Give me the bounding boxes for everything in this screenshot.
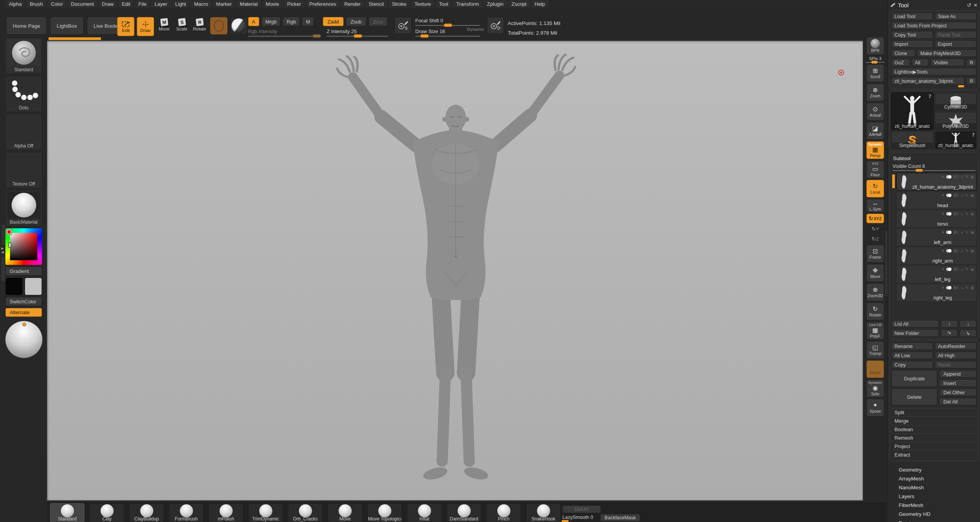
del-all-button[interactable]: Del All xyxy=(939,398,977,405)
menu-item[interactable]: Zscript xyxy=(508,1,530,8)
brush-orb-cracks[interactable]: Orb_Cracks xyxy=(288,503,322,522)
visibility-icon[interactable] xyxy=(946,230,951,235)
menu-item[interactable]: Tool xyxy=(436,1,452,8)
zadd-button[interactable]: Zadd xyxy=(323,17,344,26)
delete-button[interactable]: Delete xyxy=(891,389,937,405)
paint-brush-icon[interactable]: ✎ xyxy=(965,174,968,179)
flatten-icon[interactable]: ▾ xyxy=(942,285,944,290)
visibility-icon[interactable] xyxy=(946,193,951,198)
polypaint-icon[interactable]: ◑ xyxy=(961,249,963,253)
visibility-off-icon[interactable] xyxy=(953,193,959,198)
insert-button[interactable]: Insert xyxy=(939,380,977,387)
wide-action-row[interactable]: Split xyxy=(891,408,977,417)
visibility-icon[interactable] xyxy=(946,175,951,179)
subtool-row-right-leg[interactable]: ▾ ◑ ✎ ◉ right_leg xyxy=(896,284,977,301)
wide-action-row[interactable]: Project xyxy=(891,442,977,450)
goz-r-button[interactable]: R xyxy=(967,59,977,66)
local-button[interactable]: ↻ Local xyxy=(866,180,884,197)
eye-icon[interactable]: ◉ xyxy=(970,248,974,253)
visibility-icon[interactable] xyxy=(946,249,951,253)
list-all-button[interactable]: List All xyxy=(891,320,939,328)
flatten-icon[interactable]: ▾ xyxy=(942,267,944,272)
flatten-icon[interactable]: ▾ xyxy=(942,248,944,253)
wide-action-row[interactable]: Remesh xyxy=(891,433,977,442)
redo-arrow-button[interactable]: ↷ xyxy=(941,330,958,337)
visibility-icon[interactable] xyxy=(946,212,951,216)
lazy-smooth-handle[interactable] xyxy=(562,520,569,522)
clone-button[interactable]: Clone xyxy=(891,50,915,57)
duplicate-button[interactable]: Duplicate xyxy=(891,370,937,387)
brush-clay[interactable]: Clay xyxy=(90,503,124,522)
bpr-button[interactable]: BPR xyxy=(866,37,884,55)
anchor-a-button[interactable]: A xyxy=(248,17,259,26)
left-tray-collapse-arrows[interactable]: ▶◀ xyxy=(1,246,4,254)
subtool-row-head[interactable]: ▾ ◑ ✎ ◉ head xyxy=(896,191,977,209)
brush-snakehook[interactable]: SnakeHook xyxy=(526,503,560,522)
section-header[interactable]: Layers xyxy=(889,492,979,501)
paste-tool-button[interactable]: Paste Tool xyxy=(935,31,977,38)
menu-item[interactable]: Light xyxy=(172,1,190,8)
load-tool-button[interactable]: Load Tool xyxy=(891,13,933,20)
draw-size-handle[interactable] xyxy=(420,34,429,38)
tool-thumb-simplebrush[interactable]: S SimpleBrush xyxy=(891,131,933,149)
tool-size-slider[interactable] xyxy=(891,85,977,87)
menu-item[interactable]: Render xyxy=(341,1,364,8)
menu-item[interactable]: Layer xyxy=(151,1,171,8)
all-low-button[interactable]: All Low xyxy=(891,352,933,359)
lightbox-tools-button[interactable]: Lightbox▶Tools xyxy=(891,68,977,75)
autoreorder-button[interactable]: AutoReorder xyxy=(935,343,977,350)
spix-handle[interactable] xyxy=(871,61,878,64)
current-stroke-thumbnail[interactable]: Dots xyxy=(5,76,42,112)
all-high-button[interactable]: All High xyxy=(935,352,977,359)
left-divider-grip-2[interactable] xyxy=(2,257,5,281)
main-color-swatch[interactable] xyxy=(5,278,23,295)
record-indicator-icon[interactable] xyxy=(838,70,844,75)
make-polymesh3d-button[interactable]: Make PolyMesh3D xyxy=(917,50,977,57)
rgb-button[interactable]: Rgb xyxy=(283,17,300,26)
scroll-button[interactable]: ⊞ Scroll xyxy=(866,64,884,82)
brush-move-topological[interactable]: Move Topologica xyxy=(368,503,402,522)
del-other-button[interactable]: Del Other xyxy=(939,389,977,396)
rotate-z-button[interactable]: ↻ Z xyxy=(866,235,884,243)
lightbox-button[interactable]: LightBox xyxy=(50,17,84,35)
subtool-header[interactable]: Subtool xyxy=(891,155,977,161)
paint-brush-icon[interactable]: ✎ xyxy=(965,230,968,235)
section-header[interactable]: FiberMesh xyxy=(889,501,979,510)
move-up-button[interactable]: ↑ xyxy=(941,320,958,328)
tool-thumb-anatomy[interactable]: 7 ztl_human_anatc xyxy=(891,93,933,130)
insert-arrow-button[interactable]: ↳ xyxy=(960,330,977,337)
menu-item[interactable]: Macro xyxy=(191,1,211,8)
visibility-off-icon[interactable] xyxy=(953,249,959,253)
aahalf-button[interactable]: ◪ AAHalf xyxy=(866,122,884,140)
visible-count-slider[interactable]: Visible Count 8 xyxy=(891,163,977,171)
lazy-smooth-slider[interactable]: LazySmooth 0 xyxy=(562,515,593,520)
material-button[interactable] xyxy=(230,17,248,35)
visible-count-handle[interactable] xyxy=(916,169,923,172)
goz-all-button[interactable]: All xyxy=(912,59,929,66)
copy-subtool-button[interactable]: Copy xyxy=(891,361,933,368)
wide-action-row[interactable]: Extract xyxy=(891,450,977,459)
light-placement-sphere[interactable] xyxy=(5,321,42,358)
tool-thumb-cylinder[interactable]: Cylinder3D xyxy=(935,93,977,110)
hue-selector[interactable] xyxy=(7,229,12,234)
rotate-xyz-button[interactable]: ↻ XYZ xyxy=(866,214,884,223)
visibility-off-icon[interactable] xyxy=(953,267,959,272)
polypaint-icon[interactable]: ◑ xyxy=(961,212,963,216)
section-header[interactable]: NanoMesh xyxy=(889,483,979,492)
stroke-d-button[interactable]: D xyxy=(487,17,504,34)
import-button[interactable]: Import xyxy=(891,40,933,48)
left-divider-grip[interactable] xyxy=(2,224,5,245)
rgb-intensity-handle[interactable] xyxy=(312,34,321,38)
eye-icon[interactable]: ◉ xyxy=(970,230,974,235)
menu-item[interactable]: Movie xyxy=(262,1,283,8)
texture-thumbnail[interactable]: Texture Off xyxy=(5,152,42,188)
rotate-y-button[interactable]: ↻ Y xyxy=(866,225,884,233)
wide-action-row[interactable]: Merge xyxy=(891,417,977,425)
goz-visible-button[interactable]: Visible xyxy=(931,59,965,66)
ghost-button[interactable]: ◌ Ghost xyxy=(866,360,884,378)
polypaint-icon[interactable]: ◑ xyxy=(961,267,963,272)
reset-palette-icon[interactable]: ↺ xyxy=(967,2,971,8)
menu-item[interactable]: Texture xyxy=(411,1,435,8)
menu-item[interactable]: Help xyxy=(531,1,549,8)
eye-icon[interactable]: ◉ xyxy=(970,267,974,272)
